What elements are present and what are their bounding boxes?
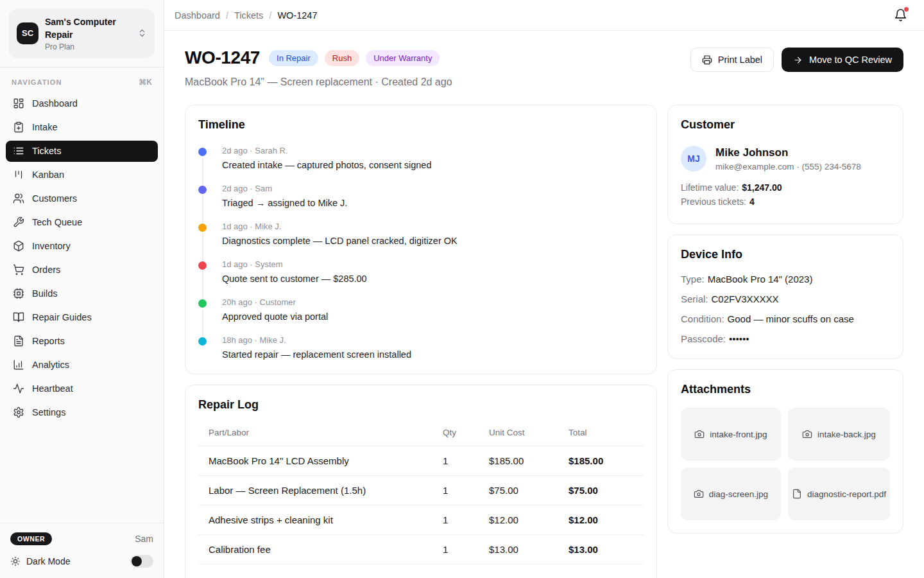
package-icon — [13, 240, 24, 252]
dark-mode-toggle[interactable] — [130, 555, 153, 568]
cell-qty: 1 — [443, 455, 489, 466]
cell-qty: 1 — [443, 514, 489, 525]
sidebar-footer: OWNER Sam Dark Mode — [0, 523, 164, 578]
sidebar-item-heartbeat[interactable]: Heartbeat — [6, 378, 158, 399]
device-info-row: Passcode:•••••• — [681, 333, 890, 344]
notification-dot — [904, 7, 909, 12]
cell-part: Labor — Screen Replacement (1.5h) — [209, 485, 443, 496]
sidebar-item-orders[interactable]: Orders — [6, 259, 158, 281]
breadcrumb-separator: / — [269, 10, 271, 21]
ticket-page: WO-1247 In Repair Rush Under Warranty Ma… — [164, 31, 924, 578]
table-row: MacBook Pro 14" LCD Assembly 1 $185.00 $… — [198, 446, 644, 476]
org-avatar: SC — [17, 22, 38, 44]
cell-qty: 1 — [443, 485, 489, 496]
cell-unit-cost: $75.00 — [489, 485, 569, 496]
breadcrumb-item: Dashboard / — [175, 10, 234, 21]
wrench-icon — [13, 216, 24, 228]
event-text: Created intake — captured photos, consen… — [222, 160, 644, 170]
org-name: Sam's Computer Repair — [45, 15, 131, 42]
customer-stats: Lifetime value:$1,247.00 Previous ticket… — [681, 182, 890, 207]
table-body: MacBook Pro 14" LCD Assembly 1 $185.00 $… — [198, 446, 644, 565]
grid-icon — [13, 98, 24, 109]
device-info-row: Condition:Good — minor scuffs on case — [681, 313, 890, 324]
timeline-event: 1d ago · System Quote sent to customer —… — [198, 259, 644, 297]
sidebar-item-tickets[interactable]: Tickets — [6, 141, 158, 162]
bell-icon[interactable] — [894, 8, 907, 22]
timeline-dot — [198, 337, 207, 346]
timeline-card: Timeline 2d ago · Sarah R. Created intak… — [185, 105, 657, 374]
sidebar-item-kanban[interactable]: Kanban — [6, 164, 158, 186]
event-meta: 18h ago · Mike J. — [222, 335, 644, 345]
cell-total: $75.00 — [569, 485, 633, 496]
customer-stat: Previous tickets:4 — [681, 197, 890, 207]
sidebar-header: SC Sam's Computer Repair Pro Plan — [0, 0, 164, 67]
repair-log-table: Part/Labor Qty Unit Cost Total MacBook P… — [198, 419, 644, 578]
cell-part: Adhesive strips + cleaning kit — [209, 514, 443, 525]
move-to-qc-button[interactable]: Move to QC Review — [782, 48, 903, 72]
timeline-event: 20h ago · Customer Approved quote via po… — [198, 297, 644, 335]
event-meta: 2d ago · Sam — [222, 184, 644, 193]
sidebar-item-customers[interactable]: Customers — [6, 188, 158, 209]
timeline-title: Timeline — [198, 118, 644, 132]
table-row: Calibration fee 1 $13.00 $13.00 — [198, 535, 644, 565]
timeline-dot — [198, 223, 207, 232]
sidebar-nav: Dashboard Intake Tickets Kanban Customer… — [0, 93, 164, 426]
sidebar: SC Sam's Computer Repair Pro Plan NAVIGA… — [0, 0, 164, 578]
attachments-grid: intake-front.jpg intake-back.jpg diag-sc… — [681, 408, 890, 520]
sidebar-item-tech-queue[interactable]: Tech Queue — [6, 212, 158, 233]
owner-name: Sam — [135, 534, 153, 544]
sidebar-item-repair-guides[interactable]: Repair Guides — [6, 307, 158, 328]
event-meta: 2d ago · Sarah R. — [222, 146, 644, 155]
print-label-button[interactable]: Print Label — [690, 48, 774, 72]
sidebar-item-builds[interactable]: Builds — [6, 283, 158, 304]
sidebar-item-reports[interactable]: Reports — [6, 331, 158, 352]
printer-icon — [702, 55, 712, 65]
repair-log-card: Repair Log Part/Labor Qty Unit Cost Tota… — [185, 385, 657, 578]
sidebar-item-analytics[interactable]: Analytics — [6, 355, 158, 376]
device-info-row: Type:MacBook Pro 14" (2023) — [681, 274, 890, 285]
camera-icon — [694, 489, 704, 499]
gear-icon — [13, 407, 24, 418]
attachment-tile[interactable]: diagnostic-report.pdf — [788, 468, 890, 520]
timeline-event: 2d ago · Sarah R. Created intake — captu… — [198, 146, 644, 184]
col-part-labor: Part/Labor — [209, 428, 443, 437]
table-row: Labor — Screen Replacement (1.5h) 1 $75.… — [198, 476, 644, 505]
attachment-tile[interactable]: intake-back.jpg — [788, 408, 890, 460]
page-title: WO-1247 — [185, 48, 260, 68]
list-icon — [13, 145, 24, 157]
attachments-title: Attachments — [681, 383, 890, 396]
device-info-title: Device Info — [681, 248, 890, 261]
file-icon — [792, 489, 802, 499]
owner-badge: OWNER — [10, 532, 52, 545]
device-info-rows: Type:MacBook Pro 14" (2023) Serial:C02FV… — [681, 274, 890, 344]
timeline-dot — [198, 148, 207, 156]
file-text-icon — [13, 335, 24, 347]
event-meta: 1d ago · Mike J. — [222, 222, 644, 231]
device-info-row: Serial:C02FV3XXXXX — [681, 293, 890, 304]
sidebar-item-settings[interactable]: Settings — [6, 402, 158, 423]
attachment-tile[interactable]: diag-screen.jpg — [681, 468, 781, 520]
command-k-shortcut: ⌘K — [139, 78, 152, 87]
sidebar-item-dashboard[interactable]: Dashboard — [6, 93, 158, 114]
topbar: Dashboard / Tickets / WO-1247 / — [164, 0, 924, 31]
cell-qty: 1 — [443, 544, 489, 555]
col-unit-cost: Unit Cost — [489, 428, 569, 437]
org-switcher[interactable]: SC Sam's Computer Repair Pro Plan — [9, 9, 155, 58]
breadcrumb: Dashboard / Tickets / WO-1247 / — [175, 10, 317, 21]
sidebar-item-inventory[interactable]: Inventory — [6, 236, 158, 257]
cpu-icon — [13, 288, 24, 299]
status-badge: Rush — [325, 50, 359, 66]
timeline-event: 18h ago · Mike J. Started repair — repla… — [198, 335, 644, 361]
table-row: Adhesive strips + cleaning kit 1 $12.00 … — [198, 505, 644, 535]
chevrons-up-down-icon — [137, 28, 147, 38]
camera-icon — [802, 429, 812, 439]
cell-part: Calibration fee — [209, 544, 443, 555]
sidebar-item-intake[interactable]: Intake — [6, 117, 158, 138]
timeline-events: 2d ago · Sarah R. Created intake — captu… — [198, 146, 644, 361]
cell-unit-cost: $13.00 — [489, 544, 569, 555]
event-text: Diagnostics complete — LCD panel cracked… — [222, 236, 644, 246]
attachment-tile[interactable]: intake-front.jpg — [681, 408, 781, 460]
timeline-dot — [198, 261, 207, 270]
event-text: Triaged → assigned to Mike J. — [222, 198, 644, 208]
customer-title: Customer — [681, 118, 890, 132]
